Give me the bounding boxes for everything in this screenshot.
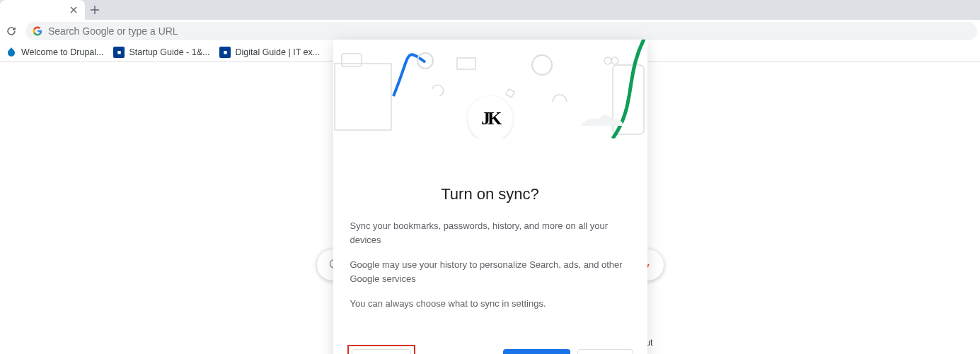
drupal-icon: [6, 47, 17, 58]
bookmark-label: Welcome to Drupal...: [21, 47, 103, 57]
svg-rect-1: [342, 54, 362, 66]
bookmark-label: Startup Guide - 1&...: [129, 47, 209, 57]
bookmark-startup-guide[interactable]: ■ Startup Guide - 1&...: [113, 47, 209, 58]
dialog-settings-note: You can always choose what to sync in se…: [350, 297, 630, 311]
close-tab-icon[interactable]: [68, 4, 79, 16]
yes-im-in-button[interactable]: Yes, I'm in: [503, 349, 570, 355]
address-input[interactable]: [48, 25, 970, 37]
dialog-title: Turn on sync?: [350, 185, 630, 203]
dialog-hero-illustration: JK: [333, 40, 647, 138]
new-tab-button[interactable]: [85, 0, 105, 20]
address-bar[interactable]: [25, 22, 977, 40]
ionos-icon: ■: [219, 47, 231, 58]
reload-icon[interactable]: [3, 23, 20, 40]
bookmark-label: Digital Guide | IT ex...: [235, 47, 320, 57]
svg-point-5: [604, 57, 611, 64]
active-tab[interactable]: [0, 0, 85, 20]
dialog-privacy-note: Google may use your history to personali…: [350, 258, 630, 285]
svg-rect-3: [457, 58, 475, 69]
dialog-actions: Settings Yes, I'm in Cancel: [333, 336, 647, 355]
bookmark-digital-guide[interactable]: ■ Digital Guide | IT ex...: [219, 47, 320, 58]
google-g-icon: [33, 26, 42, 36]
avatar-initials: JK: [481, 108, 499, 129]
cancel-button[interactable]: Cancel: [577, 349, 633, 355]
svg-point-4: [532, 55, 552, 75]
bookmark-drupal[interactable]: Welcome to Drupal...: [6, 47, 103, 58]
dialog-sync-description: Sync your bookmarks, passwords, history,…: [350, 219, 630, 247]
ionos-icon: ■: [113, 47, 125, 58]
tab-strip: [0, 0, 980, 20]
settings-button[interactable]: Settings: [352, 349, 412, 355]
svg-rect-0: [335, 64, 391, 130]
sync-dialog: JK Turn on sync? Sync your bookmarks, pa…: [333, 40, 647, 354]
settings-highlight: Settings: [347, 345, 416, 355]
avatar: JK: [468, 96, 513, 138]
svg-point-6: [611, 57, 618, 64]
